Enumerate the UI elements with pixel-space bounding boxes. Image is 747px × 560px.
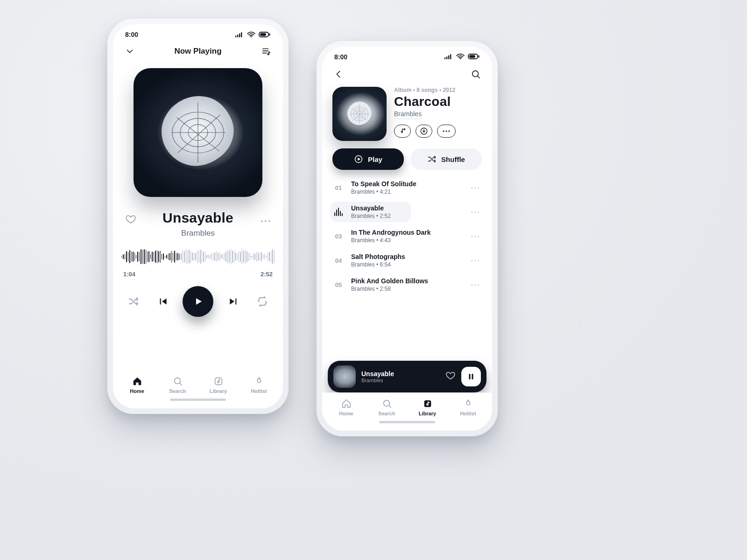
svg-point-46 bbox=[475, 260, 476, 262]
tab-search-label: Search bbox=[157, 388, 198, 394]
svg-point-22 bbox=[460, 58, 461, 59]
mini-art bbox=[333, 365, 356, 388]
track-title: Salt Photographs bbox=[351, 253, 405, 260]
track-more-button[interactable] bbox=[471, 280, 482, 289]
track-row[interactable]: 01To Speak Of SolitudeBrambles • 4:21 bbox=[327, 175, 487, 200]
home-indicator[interactable] bbox=[170, 399, 226, 401]
mini-track: Unsayable bbox=[361, 370, 394, 378]
mini-artist: Brambles bbox=[361, 378, 394, 383]
tab-home[interactable]: Home bbox=[117, 376, 157, 394]
track-more-button[interactable] bbox=[471, 183, 482, 192]
svg-rect-21 bbox=[450, 54, 451, 59]
svg-point-17 bbox=[217, 381, 218, 383]
svg-rect-51 bbox=[469, 374, 471, 379]
page-title: Now Playing bbox=[136, 47, 260, 56]
tab-hotlist-label: Hotlist bbox=[239, 388, 279, 394]
svg-point-34 bbox=[448, 130, 450, 132]
tab-search[interactable]: Search bbox=[157, 376, 198, 394]
svg-point-14 bbox=[268, 220, 270, 222]
track-row[interactable]: 03In The Androgynous DarkBrambles • 4:43 bbox=[327, 224, 487, 248]
track-sub: Brambles • 2:58 bbox=[351, 286, 428, 292]
tab-bar: Home Search Library Hotlist bbox=[113, 370, 283, 408]
status-time: 8:00 bbox=[334, 53, 347, 61]
shuffle-album-button[interactable]: Shuffle bbox=[410, 148, 482, 170]
tab-library[interactable]: Library bbox=[198, 376, 239, 394]
track-index: 03 bbox=[332, 233, 345, 240]
phone-album: 8:00 bbox=[317, 41, 498, 436]
play-album-button[interactable]: Play bbox=[332, 148, 404, 170]
add-to-library-button[interactable] bbox=[394, 125, 411, 138]
tab-search[interactable]: Search bbox=[366, 399, 407, 416]
svg-point-49 bbox=[475, 285, 476, 286]
track-row[interactable]: 04Salt PhotographsBrambles • 6:54 bbox=[327, 248, 487, 273]
track-more-button[interactable] bbox=[471, 232, 482, 240]
track-title: In The Androgynous Dark bbox=[351, 229, 431, 236]
track-row[interactable]: 05Pink And Golden BillowsBrambles • 2:58 bbox=[327, 273, 487, 297]
track-sub: Brambles • 6:54 bbox=[351, 261, 405, 268]
track-title: Unsayable bbox=[351, 204, 391, 212]
status-bar: 8:00 bbox=[322, 47, 492, 63]
album-cover bbox=[332, 87, 387, 141]
svg-rect-1 bbox=[237, 35, 238, 37]
track-row[interactable]: UnsayableBrambles • 2:52 bbox=[327, 200, 487, 224]
wifi-icon bbox=[247, 32, 255, 37]
wifi-icon bbox=[456, 53, 465, 61]
tab-search-label: Search bbox=[366, 411, 407, 416]
shuffle-button[interactable] bbox=[125, 293, 142, 310]
collapse-button[interactable] bbox=[123, 45, 136, 58]
battery-icon bbox=[468, 53, 480, 61]
track-more-button[interactable] bbox=[471, 208, 482, 216]
battery-icon bbox=[259, 32, 271, 37]
album-meta: Album • 8 songs • 2012 bbox=[394, 87, 456, 93]
next-button[interactable] bbox=[226, 293, 242, 310]
time-elapsed: 1:04 bbox=[123, 271, 135, 278]
mini-favorite-button[interactable] bbox=[445, 371, 456, 383]
track-more-button[interactable] bbox=[471, 256, 482, 265]
tab-hotlist[interactable]: Hotlist bbox=[239, 376, 279, 394]
tab-library[interactable]: Library bbox=[407, 399, 448, 416]
svg-point-39 bbox=[471, 212, 472, 213]
play-button[interactable] bbox=[183, 286, 213, 317]
queue-button[interactable] bbox=[260, 45, 273, 58]
back-button[interactable] bbox=[332, 68, 345, 80]
svg-rect-3 bbox=[241, 32, 242, 37]
mini-player[interactable]: Unsayable Brambles bbox=[328, 361, 486, 392]
svg-rect-25 bbox=[479, 56, 479, 58]
shuffle-label: Shuffle bbox=[441, 155, 465, 163]
svg-point-4 bbox=[251, 36, 252, 37]
signal-icon bbox=[444, 53, 453, 61]
status-bar: 8:00 bbox=[113, 24, 283, 41]
previous-button[interactable] bbox=[154, 293, 171, 310]
svg-rect-6 bbox=[260, 33, 266, 36]
favorite-button[interactable] bbox=[125, 214, 136, 227]
tab-hotlist-label: Hotlist bbox=[448, 411, 488, 416]
album-artist[interactable]: Brambles bbox=[394, 110, 422, 119]
svg-rect-2 bbox=[239, 34, 240, 38]
track-sub: Brambles • 2:52 bbox=[351, 213, 391, 219]
svg-point-45 bbox=[471, 260, 472, 262]
more-button[interactable] bbox=[437, 125, 456, 138]
download-button[interactable] bbox=[416, 125, 432, 138]
svg-point-41 bbox=[478, 212, 479, 213]
home-indicator[interactable] bbox=[379, 421, 435, 423]
repeat-button[interactable] bbox=[254, 293, 271, 310]
signal-icon bbox=[235, 32, 244, 37]
album-art bbox=[134, 68, 262, 197]
mini-pause-button[interactable] bbox=[461, 367, 481, 386]
tab-library-label: Library bbox=[407, 411, 448, 416]
track-index: 01 bbox=[332, 184, 345, 191]
svg-point-8 bbox=[268, 54, 269, 55]
tab-home[interactable]: Home bbox=[326, 399, 366, 416]
svg-point-12 bbox=[261, 220, 262, 222]
more-button[interactable] bbox=[261, 217, 271, 225]
svg-point-47 bbox=[478, 260, 479, 262]
svg-point-44 bbox=[478, 236, 479, 238]
track-artist[interactable]: Brambles bbox=[124, 229, 272, 238]
waveform-scrubber[interactable] bbox=[121, 245, 275, 268]
status-time: 8:00 bbox=[125, 31, 138, 38]
svg-rect-19 bbox=[446, 56, 447, 59]
search-button[interactable] bbox=[470, 68, 482, 80]
tab-hotlist[interactable]: Hotlist bbox=[448, 399, 488, 416]
svg-point-30 bbox=[401, 131, 402, 133]
track-index: 05 bbox=[332, 281, 345, 288]
